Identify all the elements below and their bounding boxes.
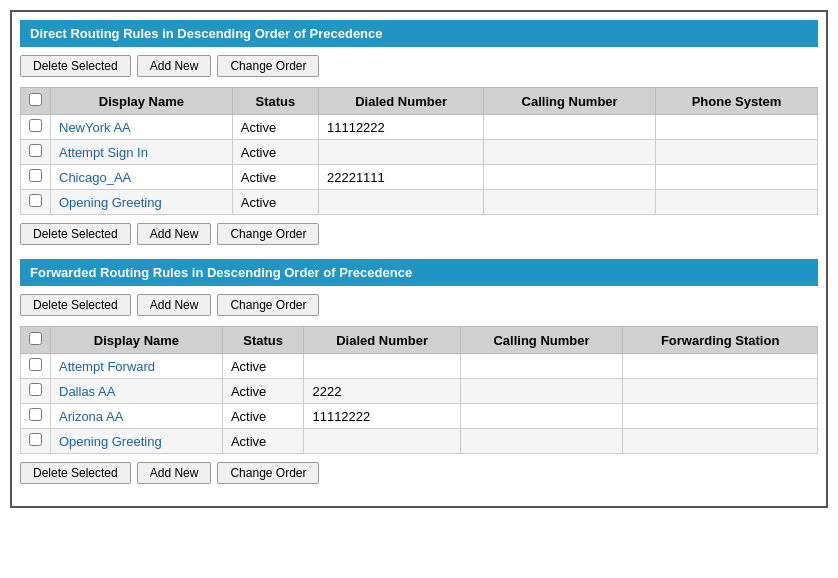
row-checkbox[interactable] <box>29 119 42 132</box>
row-name-link[interactable]: Attempt Forward <box>59 359 155 374</box>
row-checkbox-cell <box>21 354 51 379</box>
main-container: Direct Routing Rules in Descending Order… <box>10 10 828 508</box>
row-forwarding-station <box>623 354 818 379</box>
table-row: Opening Greeting Active <box>21 190 818 215</box>
row-dialed-number: 22221111 <box>318 165 483 190</box>
row-checkbox-cell <box>21 115 51 140</box>
row-status: Active <box>222 404 304 429</box>
row-calling-number <box>460 404 623 429</box>
row-phone-system <box>656 140 818 165</box>
row-status: Active <box>232 190 318 215</box>
row-phone-system <box>656 115 818 140</box>
direct-col-dialed-number: Dialed Number <box>318 88 483 115</box>
row-calling-number <box>460 379 623 404</box>
forwarded-change-order-bottom[interactable]: Change Order <box>217 462 319 484</box>
row-checkbox[interactable] <box>29 433 42 446</box>
row-calling-number <box>460 429 623 454</box>
forwarded-change-order-top[interactable]: Change Order <box>217 294 319 316</box>
row-calling-number <box>484 140 656 165</box>
table-row: Arizona AA Active 11112222 <box>21 404 818 429</box>
row-checkbox[interactable] <box>29 169 42 182</box>
direct-toolbar-top: Delete Selected Add New Change Order <box>20 53 818 79</box>
row-checkbox[interactable] <box>29 408 42 421</box>
row-status: Active <box>222 429 304 454</box>
direct-delete-selected-bottom[interactable]: Delete Selected <box>20 223 131 245</box>
row-calling-number <box>484 165 656 190</box>
row-display-name: Dallas AA <box>51 379 223 404</box>
row-checkbox-cell <box>21 190 51 215</box>
row-calling-number <box>460 354 623 379</box>
forwarded-delete-selected-bottom[interactable]: Delete Selected <box>20 462 131 484</box>
row-checkbox-cell <box>21 429 51 454</box>
direct-add-new-bottom[interactable]: Add New <box>137 223 212 245</box>
direct-change-order-bottom[interactable]: Change Order <box>217 223 319 245</box>
row-dialed-number: 2222 <box>304 379 460 404</box>
forwarded-delete-selected-top[interactable]: Delete Selected <box>20 294 131 316</box>
table-row: Attempt Forward Active <box>21 354 818 379</box>
row-checkbox-cell <box>21 140 51 165</box>
forwarded-add-new-top[interactable]: Add New <box>137 294 212 316</box>
forwarded-table-header-row: Display Name Status Dialed Number Callin… <box>21 327 818 354</box>
row-dialed-number: 11112222 <box>318 115 483 140</box>
forwarded-routing-table: Display Name Status Dialed Number Callin… <box>20 326 818 454</box>
row-phone-system <box>656 165 818 190</box>
direct-change-order-top[interactable]: Change Order <box>217 55 319 77</box>
row-phone-system <box>656 190 818 215</box>
row-name-link[interactable]: Opening Greeting <box>59 195 162 210</box>
row-dialed-number <box>318 190 483 215</box>
row-display-name: Attempt Forward <box>51 354 223 379</box>
row-name-link[interactable]: Attempt Sign In <box>59 145 148 160</box>
forwarded-routing-section: Forwarded Routing Rules in Descending Or… <box>20 259 818 486</box>
row-display-name: Arizona AA <box>51 404 223 429</box>
row-name-link[interactable]: Chicago_AA <box>59 170 131 185</box>
direct-routing-header: Direct Routing Rules in Descending Order… <box>20 20 818 47</box>
row-status: Active <box>222 354 304 379</box>
direct-routing-section: Direct Routing Rules in Descending Order… <box>20 20 818 247</box>
forwarded-add-new-bottom[interactable]: Add New <box>137 462 212 484</box>
forwarded-col-dialed-number: Dialed Number <box>304 327 460 354</box>
direct-toolbar-bottom: Delete Selected Add New Change Order <box>20 221 818 247</box>
forwarded-col-display-name: Display Name <box>51 327 223 354</box>
forwarded-col-checkbox <box>21 327 51 354</box>
row-checkbox[interactable] <box>29 194 42 207</box>
direct-select-all-checkbox[interactable] <box>29 93 42 106</box>
row-forwarding-station <box>623 379 818 404</box>
row-status: Active <box>232 165 318 190</box>
row-checkbox[interactable] <box>29 383 42 396</box>
forwarded-routing-header: Forwarded Routing Rules in Descending Or… <box>20 259 818 286</box>
direct-col-calling-number: Calling Number <box>484 88 656 115</box>
row-status: Active <box>222 379 304 404</box>
forwarded-col-calling-number: Calling Number <box>460 327 623 354</box>
forwarded-select-all-checkbox[interactable] <box>29 332 42 345</box>
row-checkbox-cell <box>21 165 51 190</box>
row-dialed-number <box>318 140 483 165</box>
direct-delete-selected-top[interactable]: Delete Selected <box>20 55 131 77</box>
forwarded-toolbar-bottom: Delete Selected Add New Change Order <box>20 460 818 486</box>
direct-add-new-top[interactable]: Add New <box>137 55 212 77</box>
table-row: Opening Greeting Active <box>21 429 818 454</box>
direct-col-phone-system: Phone System <box>656 88 818 115</box>
row-display-name: Chicago_AA <box>51 165 233 190</box>
forwarded-col-status: Status <box>222 327 304 354</box>
row-name-link[interactable]: Dallas AA <box>59 384 115 399</box>
row-calling-number <box>484 190 656 215</box>
row-forwarding-station <box>623 429 818 454</box>
row-dialed-number <box>304 429 460 454</box>
row-name-link[interactable]: Opening Greeting <box>59 434 162 449</box>
row-checkbox[interactable] <box>29 358 42 371</box>
row-name-link[interactable]: Arizona AA <box>59 409 123 424</box>
forwarded-toolbar-top: Delete Selected Add New Change Order <box>20 292 818 318</box>
direct-table-header-row: Display Name Status Dialed Number Callin… <box>21 88 818 115</box>
row-dialed-number <box>304 354 460 379</box>
forwarded-col-forwarding-station: Forwarding Station <box>623 327 818 354</box>
row-display-name: NewYork AA <box>51 115 233 140</box>
row-calling-number <box>484 115 656 140</box>
row-name-link[interactable]: NewYork AA <box>59 120 131 135</box>
row-status: Active <box>232 140 318 165</box>
table-row: Chicago_AA Active 22221111 <box>21 165 818 190</box>
row-checkbox-cell <box>21 379 51 404</box>
row-display-name: Attempt Sign In <box>51 140 233 165</box>
row-forwarding-station <box>623 404 818 429</box>
row-status: Active <box>232 115 318 140</box>
row-checkbox[interactable] <box>29 144 42 157</box>
